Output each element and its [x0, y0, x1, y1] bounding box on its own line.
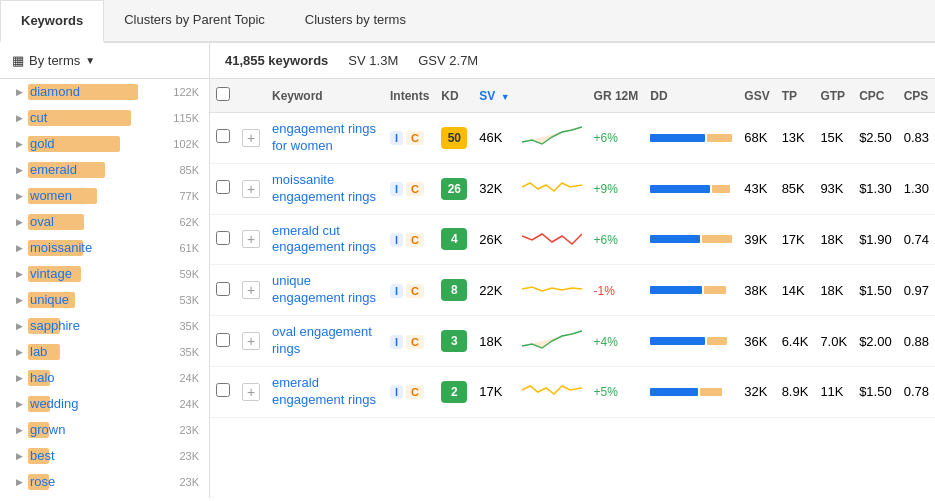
sidebar-item-halo[interactable]: ▶ halo 24K — [0, 365, 209, 391]
col-dd[interactable]: DD — [644, 79, 738, 113]
bar-container: vintage — [28, 266, 138, 282]
sidebar-item-custom[interactable]: ▶ custom 22K — [0, 495, 209, 498]
row-gtp-cell: 93K — [814, 163, 853, 214]
row-tp-cell: 6.4K — [776, 316, 815, 367]
row-cpc-cell: $2.50 — [853, 113, 898, 164]
tab-clusters-parent[interactable]: Clusters by Parent Topic — [104, 0, 285, 43]
col-sv[interactable]: SV ▼ — [473, 79, 515, 113]
expand-arrow-icon: ▶ — [16, 269, 23, 279]
sidebar-item-left: ▶ rose — [16, 474, 138, 490]
sidebar-item-best[interactable]: ▶ best 23K — [0, 443, 209, 469]
select-all-checkbox[interactable] — [216, 87, 230, 101]
add-keyword-button[interactable]: + — [242, 332, 260, 350]
col-plus — [236, 79, 266, 113]
term-count: 115K — [164, 112, 199, 124]
growth-value: +9% — [594, 182, 618, 196]
keyword-link[interactable]: engagement rings for women — [272, 121, 376, 153]
col-gsv[interactable]: GSV — [738, 79, 775, 113]
intent-badge: I — [390, 131, 403, 145]
row-tp-cell: 17K — [776, 214, 815, 265]
dd-bar-orange — [707, 337, 727, 345]
sidebar-items-list: ▶ diamond 122K ▶ cut 115K ▶ gold 102K — [0, 79, 209, 498]
sidebar-item-lab[interactable]: ▶ lab 35K — [0, 339, 209, 365]
sidebar-item-unique[interactable]: ▶ unique 53K — [0, 287, 209, 313]
term-count: 61K — [164, 242, 199, 254]
expand-arrow-icon: ▶ — [16, 321, 23, 331]
sidebar-item-left: ▶ diamond — [16, 84, 138, 100]
tab-clusters-terms[interactable]: Clusters by terms — [285, 0, 426, 43]
col-tp[interactable]: TP — [776, 79, 815, 113]
sidebar-item-oval[interactable]: ▶ oval 62K — [0, 209, 209, 235]
sidebar-item-left: ▶ vintage — [16, 266, 138, 282]
tab-keywords[interactable]: Keywords — [0, 0, 104, 43]
add-keyword-button[interactable]: + — [242, 383, 260, 401]
col-checkbox[interactable] — [210, 79, 236, 113]
keyword-link[interactable]: emerald engagement rings — [272, 375, 376, 407]
keyword-link[interactable]: oval engagement rings — [272, 324, 372, 356]
sidebar-item-grown[interactable]: ▶ grown 23K — [0, 417, 209, 443]
sidebar-item-diamond[interactable]: ▶ diamond 122K — [0, 79, 209, 105]
add-keyword-button[interactable]: + — [242, 230, 260, 248]
sidebar-item-vintage[interactable]: ▶ vintage 59K — [0, 261, 209, 287]
keyword-link[interactable]: unique engagement rings — [272, 273, 376, 305]
row-gr12m-cell: +4% — [588, 316, 645, 367]
sidebar-item-wedding[interactable]: ▶ wedding 24K — [0, 391, 209, 417]
col-keyword[interactable]: Keyword — [266, 79, 384, 113]
row-cpc-cell: $2.00 — [853, 316, 898, 367]
sidebar-item-left: ▶ moissanite — [16, 240, 138, 256]
col-gr12m[interactable]: GR 12M — [588, 79, 645, 113]
row-checkbox-cell — [210, 163, 236, 214]
keyword-link[interactable]: moissanite engagement rings — [272, 172, 376, 204]
term-count: 102K — [164, 138, 199, 150]
sidebar-item-women[interactable]: ▶ women 77K — [0, 183, 209, 209]
row-cpc-cell: $1.50 — [853, 366, 898, 417]
sidebar-item-left: ▶ unique — [16, 292, 138, 308]
row-cps-cell: 0.83 — [898, 113, 935, 164]
sidebar-item-emerald[interactable]: ▶ emerald 85K — [0, 157, 209, 183]
expand-arrow-icon: ▶ — [16, 191, 23, 201]
row-cpc-cell: $1.50 — [853, 265, 898, 316]
col-kd[interactable]: KD — [435, 79, 473, 113]
sidebar-item-rose[interactable]: ▶ rose 23K — [0, 469, 209, 495]
row-gr12m-cell: +6% — [588, 214, 645, 265]
row-plus-cell: + — [236, 316, 266, 367]
growth-value: +4% — [594, 335, 618, 349]
row-checkbox[interactable] — [216, 129, 230, 143]
sidebar-item-gold[interactable]: ▶ gold 102K — [0, 131, 209, 157]
bar-container: sapphire — [28, 318, 138, 334]
dd-bar-orange — [704, 286, 726, 294]
sidebar-item-left: ▶ wedding — [16, 396, 138, 412]
table-row: + emerald engagement rings IC 2 17K +5% … — [210, 366, 935, 417]
add-keyword-button[interactable]: + — [242, 281, 260, 299]
row-cps-cell: 0.97 — [898, 265, 935, 316]
add-keyword-button[interactable]: + — [242, 129, 260, 147]
row-checkbox[interactable] — [216, 282, 230, 296]
term-count: 35K — [164, 346, 199, 358]
row-intents-cell: IC — [384, 316, 435, 367]
col-cps[interactable]: CPS — [898, 79, 935, 113]
sidebar-item-moissanite[interactable]: ▶ moissanite 61K — [0, 235, 209, 261]
expand-arrow-icon: ▶ — [16, 373, 23, 383]
col-intents[interactable]: Intents — [384, 79, 435, 113]
expand-arrow-icon: ▶ — [16, 451, 23, 461]
row-checkbox[interactable] — [216, 333, 230, 347]
row-checkbox[interactable] — [216, 231, 230, 245]
table-row: + oval engagement rings IC 3 18K +4% 36K… — [210, 316, 935, 367]
sidebar-item-cut[interactable]: ▶ cut 115K — [0, 105, 209, 131]
sidebar-filter-header[interactable]: ▦ By terms ▼ — [0, 43, 209, 79]
keyword-link[interactable]: emerald cut engagement rings — [272, 223, 376, 255]
row-kd-cell: 4 — [435, 214, 473, 265]
app-container: Keywords Clusters by Parent Topic Cluste… — [0, 0, 935, 498]
row-checkbox[interactable] — [216, 383, 230, 397]
add-keyword-button[interactable]: + — [242, 180, 260, 198]
gsv-summary: GSV 2.7M — [418, 53, 478, 68]
col-cpc[interactable]: CPC — [853, 79, 898, 113]
intent-badge: C — [406, 233, 424, 247]
row-checkbox[interactable] — [216, 180, 230, 194]
term-count: 35K — [164, 320, 199, 332]
expand-arrow-icon: ▶ — [16, 425, 23, 435]
sidebar-item-sapphire[interactable]: ▶ sapphire 35K — [0, 313, 209, 339]
expand-arrow-icon: ▶ — [16, 87, 23, 97]
row-checkbox-cell — [210, 113, 236, 164]
col-gtp[interactable]: GTP — [814, 79, 853, 113]
